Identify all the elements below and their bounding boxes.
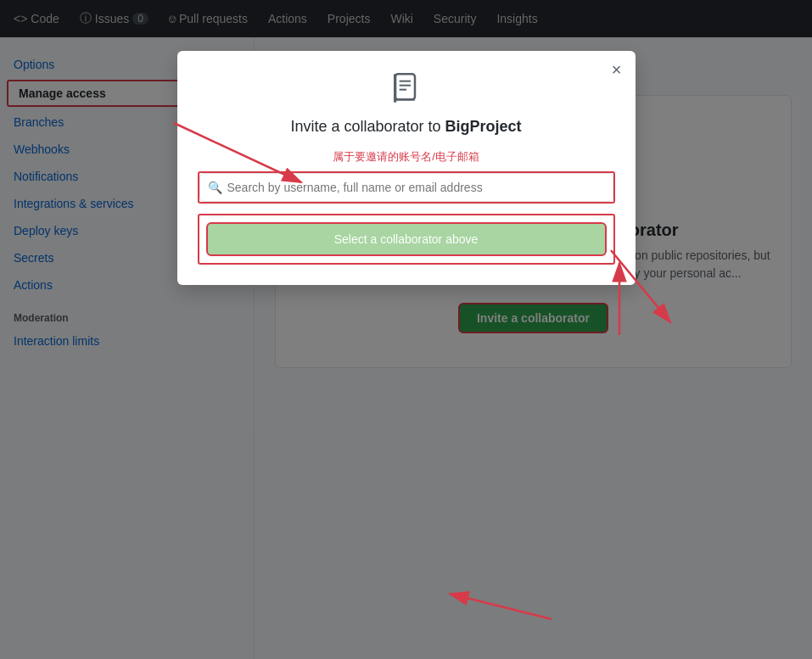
modal-overlay: × Invite a collaborator to BigProject 属于… — [0, 0, 812, 659]
search-icon: 🔍 — [208, 181, 222, 194]
collaborator-search-input[interactable] — [199, 173, 613, 202]
select-collab-wrapper: Select a collaborator above — [198, 214, 615, 265]
select-collaborator-button: Select a collaborator above — [206, 222, 607, 256]
modal-close-button[interactable]: × — [612, 61, 622, 78]
search-wrapper: 🔍 — [198, 171, 615, 204]
modal-repo-icon — [198, 71, 615, 108]
invite-collaborator-modal: × Invite a collaborator to BigProject 属于… — [177, 51, 636, 285]
project-name: BigProject — [445, 118, 522, 135]
chinese-annotation-label: 属于要邀请的账号名/电子邮箱 — [198, 149, 615, 165]
modal-title: Invite a collaborator to BigProject — [198, 118, 615, 136]
svg-rect-9 — [395, 74, 414, 99]
